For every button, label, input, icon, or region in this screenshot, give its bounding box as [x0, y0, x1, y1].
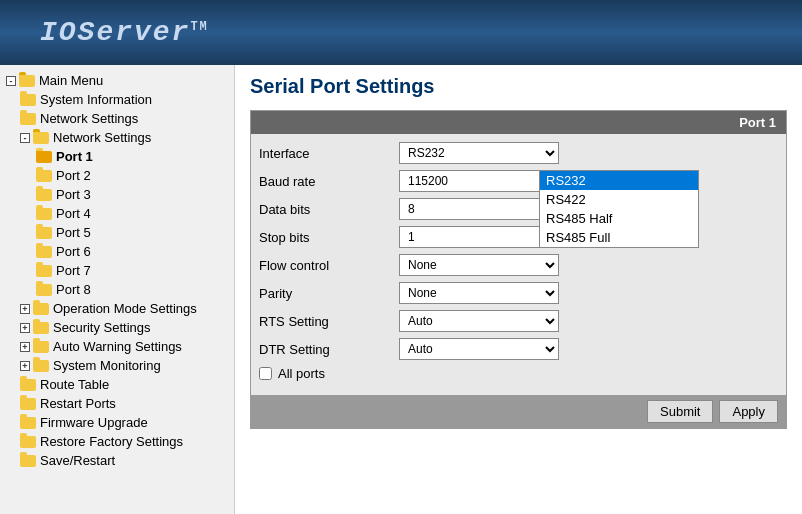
control-flow-control: NoneRTS/CTSXON/XOFF	[399, 254, 559, 276]
all-ports-label[interactable]: All ports	[278, 366, 325, 381]
sidebar-item-restore-factory-settings[interactable]: Restore Factory Settings	[0, 432, 234, 451]
sidebar: - Main Menu System Information Network S…	[0, 65, 235, 514]
field-row-data-bits: Data bits 5678	[259, 198, 778, 220]
label-data-bits: Data bits	[259, 202, 399, 217]
sidebar-item-system-information[interactable]: System Information	[0, 90, 234, 109]
dropdown-option-rs485-full[interactable]: RS485 Full	[540, 228, 698, 247]
folder-icon	[36, 284, 52, 296]
field-row-stop-bits: Stop bits 12	[259, 226, 778, 248]
header: IOServerTM	[0, 0, 802, 65]
all-ports-checkbox[interactable]	[259, 367, 272, 380]
folder-icon	[33, 322, 49, 334]
select-stop-bits[interactable]: 12	[399, 226, 559, 248]
label-rts-setting: RTS Setting	[259, 314, 399, 329]
main-layout: - Main Menu System Information Network S…	[0, 65, 802, 514]
sidebar-label-port-6: Port 6	[56, 244, 91, 259]
sidebar-item-port-4[interactable]: Port 4	[0, 204, 234, 223]
sidebar-item-port-7[interactable]: Port 7	[0, 261, 234, 280]
logo: IOServerTM	[40, 17, 209, 48]
label-flow-control: Flow control	[259, 258, 399, 273]
sidebar-item-restart-ports[interactable]: Restart Ports	[0, 394, 234, 413]
sidebar-item-port-6[interactable]: Port 6	[0, 242, 234, 261]
field-row-baud-rate: Baud rate 1200240048009600 1920038400576…	[259, 170, 778, 192]
folder-icon	[33, 341, 49, 353]
sidebar-label-save-restart: Save/Restart	[40, 453, 115, 468]
sidebar-item-network-settings[interactable]: Network Settings	[0, 109, 234, 128]
field-row-parity: Parity NoneOddEvenMarkSpace	[259, 282, 778, 304]
sidebar-item-firmware-upgrade[interactable]: Firmware Upgrade	[0, 413, 234, 432]
folder-icon	[20, 113, 36, 125]
sidebar-item-save-restart[interactable]: Save/Restart	[0, 451, 234, 470]
sidebar-item-system-monitoring[interactable]: + System Monitoring	[0, 356, 234, 375]
sidebar-item-serial-port-settings[interactable]: - Network Settings	[0, 128, 234, 147]
select-data-bits[interactable]: 5678	[399, 198, 559, 220]
sidebar-label-operation-mode-settings: Operation Mode Settings	[53, 301, 197, 316]
folder-icon	[33, 303, 49, 315]
select-flow-control[interactable]: NoneRTS/CTSXON/XOFF	[399, 254, 559, 276]
label-stop-bits: Stop bits	[259, 230, 399, 245]
folder-icon	[36, 246, 52, 258]
page-title: Serial Port Settings	[250, 75, 787, 98]
folder-icon	[20, 455, 36, 467]
sidebar-item-auto-warning-settings[interactable]: + Auto Warning Settings	[0, 337, 234, 356]
control-dtr-setting: AutoAlways HighAlways Low	[399, 338, 559, 360]
sidebar-label-port-2: Port 2	[56, 168, 91, 183]
label-parity: Parity	[259, 286, 399, 301]
control-rts-setting: AutoAlways HighAlways Low	[399, 310, 559, 332]
field-row-dtr-setting: DTR Setting AutoAlways HighAlways Low	[259, 338, 778, 360]
sidebar-label-security-settings: Security Settings	[53, 320, 151, 335]
sidebar-item-port-5[interactable]: Port 5	[0, 223, 234, 242]
sidebar-item-security-settings[interactable]: + Security Settings	[0, 318, 234, 337]
expand-system-monitoring-icon: +	[20, 361, 30, 371]
folder-icon	[20, 94, 36, 106]
sidebar-label-port-1: Port 1	[56, 149, 93, 164]
label-dtr-setting: DTR Setting	[259, 342, 399, 357]
expand-operation-icon: +	[20, 304, 30, 314]
submit-button[interactable]: Submit	[647, 400, 713, 423]
control-stop-bits: 12	[399, 226, 559, 248]
sidebar-item-port-3[interactable]: Port 3	[0, 185, 234, 204]
sidebar-label-main-menu: Main Menu	[39, 73, 103, 88]
expand-auto-warning-icon: +	[20, 342, 30, 352]
folder-icon	[36, 265, 52, 277]
folder-icon	[20, 417, 36, 429]
sidebar-label-port-8: Port 8	[56, 282, 91, 297]
field-row-interface: Interface RS232 RS422 RS485 Half RS485 F…	[259, 142, 778, 164]
expand-security-icon: +	[20, 323, 30, 333]
sidebar-label-port-4: Port 4	[56, 206, 91, 221]
folder-icon	[36, 208, 52, 220]
sidebar-item-route-table[interactable]: Route Table	[0, 375, 234, 394]
control-parity: NoneOddEvenMarkSpace	[399, 282, 559, 304]
select-dtr-setting[interactable]: AutoAlways HighAlways Low	[399, 338, 559, 360]
settings-panel: Port 1 Interface RS232 RS422 RS485 Half …	[250, 110, 787, 429]
select-rts-setting[interactable]: AutoAlways HighAlways Low	[399, 310, 559, 332]
folder-icon	[33, 360, 49, 372]
sidebar-label-route-table: Route Table	[40, 377, 109, 392]
sidebar-label-system-monitoring: System Monitoring	[53, 358, 161, 373]
select-parity[interactable]: NoneOddEvenMarkSpace	[399, 282, 559, 304]
sidebar-label-network-settings: Network Settings	[40, 111, 138, 126]
apply-button[interactable]: Apply	[719, 400, 778, 423]
control-baud-rate: 1200240048009600 192003840057600115200	[399, 170, 559, 192]
all-ports-row: All ports	[259, 366, 778, 381]
sidebar-label-system-information: System Information	[40, 92, 152, 107]
sidebar-item-port-1[interactable]: Port 1	[0, 147, 234, 166]
sidebar-label-serial-port-settings: Network Settings	[53, 130, 151, 145]
folder-icon	[19, 75, 35, 87]
sidebar-item-main-menu[interactable]: - Main Menu	[0, 71, 234, 90]
sidebar-item-operation-mode-settings[interactable]: + Operation Mode Settings	[0, 299, 234, 318]
select-interface[interactable]: RS232 RS422 RS485 Half RS485 Full	[399, 142, 559, 164]
folder-icon	[20, 436, 36, 448]
sidebar-item-port-8[interactable]: Port 8	[0, 280, 234, 299]
dropdown-option-rs232[interactable]: RS232	[540, 171, 698, 190]
dropdown-option-rs422[interactable]: RS422	[540, 190, 698, 209]
expand-main-menu-icon: -	[6, 76, 16, 86]
sidebar-item-port-2[interactable]: Port 2	[0, 166, 234, 185]
dropdown-option-rs485-half[interactable]: RS485 Half	[540, 209, 698, 228]
dropdown-interface: RS232 RS422 RS485 Half RS485 Full	[539, 170, 699, 248]
select-baud-rate[interactable]: 1200240048009600 192003840057600115200	[399, 170, 559, 192]
folder-icon	[20, 398, 36, 410]
sidebar-label-restart-ports: Restart Ports	[40, 396, 116, 411]
sidebar-label-auto-warning-settings: Auto Warning Settings	[53, 339, 182, 354]
folder-icon	[36, 227, 52, 239]
